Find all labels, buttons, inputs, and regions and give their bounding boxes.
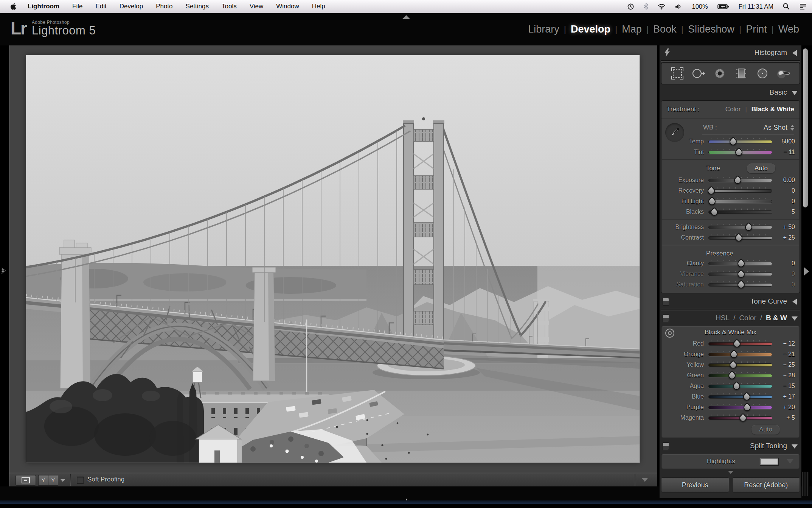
panel-resize-grip[interactable]	[802, 472, 809, 496]
red-eye-correction[interactable]	[711, 65, 728, 82]
targeted-adjustment-icon[interactable]	[665, 329, 674, 338]
soft-proofing-checkbox[interactable]	[77, 477, 84, 484]
slider-track[interactable]	[708, 406, 772, 409]
slider-track[interactable]	[708, 395, 772, 399]
time-machine-icon[interactable]	[627, 3, 634, 10]
after-label[interactable]: Y	[48, 475, 58, 486]
module-print[interactable]: Print	[741, 23, 772, 35]
tone-curve-panel-switch[interactable]	[663, 298, 669, 305]
battery-percent[interactable]: 100%	[692, 3, 708, 10]
adjustment-brush[interactable]	[775, 65, 792, 82]
panel-scrollbar-thumb[interactable]	[803, 48, 808, 207]
slider-track[interactable]	[708, 200, 772, 203]
treatment-black-white[interactable]: Black & White	[751, 106, 794, 113]
histogram-title[interactable]: Histogram	[754, 48, 787, 57]
slider-track[interactable]	[708, 283, 772, 287]
module-slideshow[interactable]: Slideshow	[683, 23, 739, 35]
volume-icon[interactable]	[675, 4, 682, 9]
tone-curve-title[interactable]: Tone Curve	[750, 297, 787, 305]
before-label[interactable]: Y	[38, 475, 48, 486]
slider-track[interactable]	[708, 353, 772, 356]
previous-button[interactable]: Previous	[661, 477, 729, 492]
highlights-expand-caret[interactable]	[787, 459, 793, 464]
menu-view[interactable]: View	[243, 3, 270, 10]
basic-collapse-icon[interactable]	[792, 91, 798, 95]
menu-help[interactable]: Help	[306, 3, 332, 10]
basic-panel-header[interactable]: Basic	[660, 85, 801, 100]
reset-button[interactable]: Reset (Adobe)	[732, 477, 800, 492]
tone-curve-collapse-icon[interactable]	[792, 299, 797, 305]
top-panel-collapse-arrow[interactable]	[402, 15, 410, 19]
module-map[interactable]: Map	[617, 23, 646, 35]
slider-track[interactable]	[708, 226, 772, 229]
highlights-color-swatch[interactable]	[760, 458, 778, 465]
module-book[interactable]: Book	[649, 23, 681, 35]
bluetooth-icon[interactable]	[644, 3, 648, 10]
slider-track[interactable]	[708, 210, 772, 214]
slider-track[interactable]	[708, 262, 772, 265]
split-toning-collapse-icon[interactable]	[792, 444, 798, 449]
photo-loupe-view[interactable]	[26, 55, 640, 463]
slider-track[interactable]	[708, 342, 772, 346]
menu-edit[interactable]: Edit	[89, 3, 113, 10]
menu-photo[interactable]: Photo	[149, 3, 179, 10]
hsl-panel-switch[interactable]	[663, 315, 669, 322]
left-panel-show-arrow[interactable]	[2, 267, 6, 274]
graduated-filter[interactable]	[733, 65, 750, 82]
slider-track[interactable]	[708, 151, 772, 154]
apple-menu[interactable]	[6, 3, 21, 10]
histogram-panel-header[interactable]: Histogram	[660, 45, 801, 60]
menu-settings[interactable]: Settings	[179, 3, 215, 10]
radial-filter[interactable]	[754, 65, 771, 82]
module-develop[interactable]: Develop	[566, 23, 615, 35]
slider-track[interactable]	[708, 236, 772, 240]
hsl-seg-b-w[interactable]: B & W	[766, 314, 787, 322]
slider-track[interactable]	[708, 385, 772, 388]
slider-track[interactable]	[708, 179, 772, 182]
menubar-clock[interactable]: Fri 11:31 AM	[739, 3, 773, 10]
hsl-seg-hsl[interactable]: HSL	[716, 314, 730, 322]
menu-window[interactable]: Window	[270, 3, 305, 10]
hsl-seg-[interactable]: /	[733, 314, 735, 322]
menu-file[interactable]: File	[66, 3, 89, 10]
hsl-panel-header[interactable]: HSL/Color/B & W	[660, 311, 801, 325]
hsl-seg-color[interactable]: Color	[739, 314, 756, 322]
treatment-color[interactable]: Color	[725, 106, 741, 113]
slider-track[interactable]	[708, 273, 772, 276]
split-toning-panel-switch[interactable]	[663, 443, 669, 450]
spotlight-icon[interactable]	[783, 3, 790, 10]
module-library[interactable]: Library	[523, 23, 564, 35]
hsl-collapse-icon[interactable]	[792, 316, 798, 321]
slider-track[interactable]	[708, 416, 772, 420]
basic-title[interactable]: Basic	[770, 88, 787, 97]
slider-track[interactable]	[708, 363, 772, 367]
loupe-view-button[interactable]	[16, 475, 36, 486]
spot-removal[interactable]	[690, 65, 707, 82]
histogram-collapse-icon[interactable]	[792, 50, 797, 56]
right-panel-hide-arrow[interactable]	[804, 267, 809, 276]
before-after-dropdown-caret[interactable]	[61, 479, 65, 482]
wifi-icon[interactable]	[658, 3, 666, 9]
battery-icon[interactable]	[717, 4, 729, 9]
menu-tools[interactable]: Tools	[215, 3, 243, 10]
menu-develop[interactable]: Develop	[113, 3, 149, 10]
slider-track[interactable]	[708, 140, 772, 143]
split-toning-title[interactable]: Split Toning	[750, 442, 787, 450]
crop-overlay[interactable]	[669, 65, 686, 82]
slider-track[interactable]	[708, 189, 772, 193]
wb-preset-value[interactable]: As Shot	[764, 124, 787, 132]
white-balance-selector[interactable]	[665, 123, 684, 142]
module-web[interactable]: Web	[774, 23, 804, 35]
notification-center-icon[interactable]	[799, 3, 807, 9]
slider-track[interactable]	[708, 374, 772, 377]
bw-auto-button[interactable]: Auto	[751, 425, 780, 435]
menu-lightroom[interactable]: Lightroom	[21, 3, 66, 10]
panel-scroll-caret[interactable]	[660, 470, 801, 475]
tone-curve-panel-header[interactable]: Tone Curve	[660, 294, 801, 309]
before-after-button[interactable]: Y Y	[38, 475, 58, 485]
hsl-seg-[interactable]: /	[760, 314, 762, 322]
wb-preset-stepper[interactable]	[790, 125, 794, 131]
split-toning-panel-header[interactable]: Split Toning	[660, 439, 801, 453]
tone-auto-button[interactable]: Auto	[747, 164, 775, 173]
toolbar-options-caret[interactable]	[642, 478, 648, 482]
